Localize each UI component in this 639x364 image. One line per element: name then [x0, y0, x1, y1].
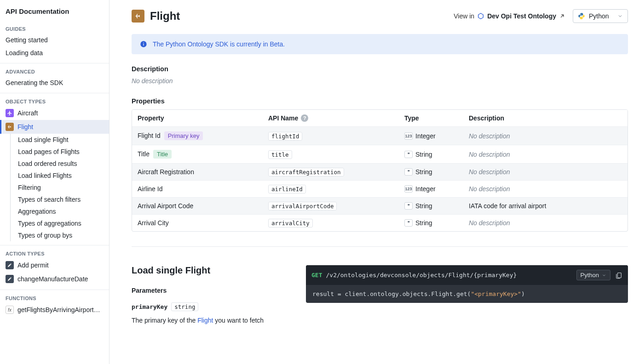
- sidebar-item-get-flights-by-airport[interactable]: fx getFlightsByArrivingAirportC…: [0, 303, 109, 317]
- aircraft-icon: [6, 109, 14, 117]
- page-header: Flight View in Dev Opi Test Ontology Pyt…: [132, 9, 628, 23]
- sidebar-section-object-types: OBJECT TYPES: [0, 93, 109, 106]
- copy-button[interactable]: [615, 272, 622, 279]
- cube-icon: [477, 12, 484, 20]
- code-block: GET /v2/ontologies/devconsole/objects/Fl…: [306, 265, 628, 303]
- table-row: Arrival Airport CodearrivalAirportCode❞S…: [132, 197, 627, 214]
- sidebar-subitem-load-single[interactable]: Load single Flight: [11, 134, 109, 146]
- property-description: No description: [469, 168, 622, 176]
- http-path: /v2/ontologies/devconsole/objects/Flight…: [326, 272, 517, 279]
- sidebar-section-advanced: ADVANCED: [0, 63, 109, 76]
- sidebar-subitem-aggregations[interactable]: Aggregations: [11, 205, 109, 217]
- api-name: arrivalAirportCode: [268, 202, 337, 210]
- help-icon[interactable]: ?: [301, 114, 308, 122]
- property-name: Arrival Airport Code: [138, 202, 193, 210]
- property-name: Flight Id: [138, 132, 161, 139]
- code-body: result = client.ontology.objects.Flight.…: [306, 285, 628, 303]
- sidebar-section-action-types: ACTION TYPES: [0, 245, 109, 258]
- info-icon: [140, 40, 147, 48]
- sidebar-item-aircraft[interactable]: Aircraft: [0, 106, 109, 120]
- sidebar-section-guides: GUIDES: [0, 21, 109, 34]
- parameter-row: primaryKey string: [132, 302, 295, 311]
- api-name: airlineId: [268, 185, 306, 193]
- code-language-select[interactable]: Python: [576, 270, 610, 280]
- http-method: GET: [311, 272, 322, 279]
- main-content: Flight View in Dev Opi Test Ontology Pyt…: [109, 0, 639, 364]
- property-description: No description: [469, 151, 622, 158]
- type-icon: ❞: [404, 202, 413, 210]
- col-description: Description: [469, 114, 622, 122]
- action-icon: [6, 261, 14, 269]
- sidebar-subitem-groupby-types[interactable]: Types of group bys: [11, 229, 109, 241]
- sidebar-subitem-search-filters[interactable]: Types of search filters: [11, 193, 109, 205]
- table-row: Arrival CityarrivalCity❞StringNo descrip…: [132, 214, 627, 231]
- type-icon: 123: [404, 185, 413, 193]
- col-api-name: API Name: [268, 114, 298, 122]
- sidebar-subitem-filtering[interactable]: Filtering: [11, 182, 109, 193]
- sidebar-item-getting-started[interactable]: Getting started: [0, 34, 109, 46]
- property-badge: Title: [153, 150, 172, 159]
- property-name: Title: [138, 150, 150, 158]
- view-in-link[interactable]: View in Dev Opi Test Ontology: [454, 12, 565, 20]
- type-name: String: [415, 202, 432, 210]
- type-name: String: [415, 168, 432, 176]
- param-type: string: [171, 302, 198, 311]
- sidebar-subitem-load-linked[interactable]: Load linked Flights: [11, 170, 109, 182]
- type-name: String: [415, 151, 432, 158]
- load-single-heading: Load single Flight: [132, 265, 295, 276]
- svg-rect-2: [143, 42, 144, 43]
- python-icon: [578, 12, 585, 20]
- sidebar-item-add-permit[interactable]: Add permit: [0, 258, 109, 272]
- load-single-section: Load single Flight Parameters primaryKey…: [132, 265, 628, 324]
- sidebar-subitem-load-pages[interactable]: Load pages of Flights: [11, 146, 109, 158]
- type-icon: ❞: [404, 168, 413, 176]
- flight-link[interactable]: Flight: [197, 317, 213, 324]
- table-row: Flight IdPrimary keyflightId123IntegerNo…: [132, 126, 627, 145]
- type-name: Integer: [415, 185, 436, 193]
- api-name: title: [268, 150, 292, 159]
- table-header-row: Property API Name ? Type Description: [132, 110, 627, 126]
- sidebar-item-generating-sdk[interactable]: Generating the SDK: [0, 76, 109, 89]
- chevron-down-icon: [602, 273, 606, 278]
- api-name: arrivalCity: [268, 219, 313, 228]
- properties-heading: Properties: [132, 97, 628, 105]
- description-text: No description: [132, 77, 628, 85]
- sidebar-item-change-manufacture-date[interactable]: changeManufactureDate: [0, 272, 109, 286]
- property-description: No description: [469, 185, 622, 193]
- sidebar-subitem-aggregation-types[interactable]: Types of aggregations: [11, 217, 109, 229]
- sidebar-subitem-load-ordered[interactable]: Load ordered results: [11, 158, 109, 170]
- property-badge: Primary key: [164, 131, 203, 140]
- flight-icon: [6, 123, 14, 131]
- property-description: No description: [469, 132, 622, 140]
- svg-rect-3: [617, 273, 621, 278]
- sidebar-item-loading-data[interactable]: Loading data: [0, 46, 109, 59]
- property-description: No description: [469, 219, 622, 227]
- external-link-icon: [559, 13, 565, 19]
- page-title: Flight: [150, 10, 180, 23]
- property-name: Airline Id: [138, 185, 162, 193]
- type-name: Integer: [415, 132, 436, 140]
- property-name: Aircraft Registration: [138, 168, 194, 176]
- description-heading: Description: [132, 65, 628, 73]
- table-row: Airline IdairlineId123IntegerNo descript…: [132, 180, 627, 197]
- action-icon: [6, 275, 14, 283]
- sidebar-item-flight[interactable]: Flight: [0, 120, 109, 134]
- svg-rect-1: [143, 44, 144, 46]
- col-type: Type: [404, 114, 469, 122]
- language-select[interactable]: Python: [573, 9, 628, 23]
- properties-table: Property API Name ? Type Description Fli…: [132, 109, 628, 232]
- table-row: Aircraft RegistrationaircraftRegistratio…: [132, 163, 627, 180]
- divider: [132, 246, 628, 247]
- function-icon: fx: [6, 306, 14, 314]
- property-name: Arrival City: [138, 219, 169, 227]
- clipboard-icon: [615, 272, 622, 279]
- type-icon: ❞: [404, 151, 413, 158]
- parameters-heading: Parameters: [132, 287, 295, 294]
- sidebar-section-functions: FUNCTIONS: [0, 290, 109, 303]
- param-description: The primary key of the Flight you want t…: [132, 317, 295, 324]
- sidebar-title: API Documentation: [0, 0, 109, 21]
- api-name: flightId: [268, 132, 302, 141]
- type-icon: ❞: [404, 219, 413, 227]
- param-name: primaryKey: [132, 303, 167, 310]
- table-row: TitleTitletitle❞StringNo description: [132, 145, 627, 163]
